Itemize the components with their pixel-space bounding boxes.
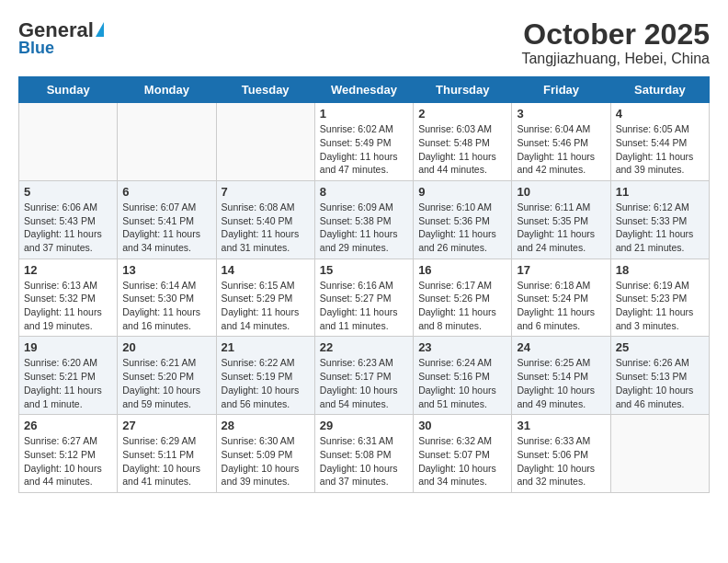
day-info: Sunrise: 6:20 AM Sunset: 5:21 PM Dayligh… xyxy=(24,356,112,410)
day-info: Sunrise: 6:11 AM Sunset: 5:35 PM Dayligh… xyxy=(517,201,605,255)
day-info: Sunrise: 6:03 AM Sunset: 5:48 PM Dayligh… xyxy=(418,122,506,177)
day-header-saturday: Saturday xyxy=(610,77,709,103)
calendar-cell: 14Sunrise: 6:15 AM Sunset: 5:29 PM Dayli… xyxy=(216,259,314,337)
calendar-cell: 16Sunrise: 6:17 AM Sunset: 5:26 PM Dayli… xyxy=(414,259,512,337)
calendar-cell: 21Sunrise: 6:22 AM Sunset: 5:19 PM Dayli… xyxy=(216,337,314,415)
day-info: Sunrise: 6:10 AM Sunset: 5:36 PM Dayligh… xyxy=(418,201,506,255)
month-title: October 2025 xyxy=(521,18,710,51)
calendar-cell: 7Sunrise: 6:08 AM Sunset: 5:40 PM Daylig… xyxy=(216,180,314,259)
week-row-4: 19Sunrise: 6:20 AM Sunset: 5:21 PM Dayli… xyxy=(19,337,710,415)
day-number: 10 xyxy=(517,185,605,199)
day-info: Sunrise: 6:31 AM Sunset: 5:08 PM Dayligh… xyxy=(320,434,408,488)
day-info: Sunrise: 6:21 AM Sunset: 5:20 PM Dayligh… xyxy=(122,356,210,410)
day-header-friday: Friday xyxy=(512,77,610,103)
calendar-cell: 26Sunrise: 6:27 AM Sunset: 5:12 PM Dayli… xyxy=(19,415,118,493)
day-info: Sunrise: 6:22 AM Sunset: 5:19 PM Dayligh… xyxy=(222,356,310,410)
day-info: Sunrise: 6:24 AM Sunset: 5:16 PM Dayligh… xyxy=(418,356,506,410)
day-number: 2 xyxy=(418,107,506,121)
day-info: Sunrise: 6:09 AM Sunset: 5:38 PM Dayligh… xyxy=(320,201,408,255)
calendar-cell: 20Sunrise: 6:21 AM Sunset: 5:20 PM Dayli… xyxy=(118,337,216,415)
day-info: Sunrise: 6:27 AM Sunset: 5:12 PM Dayligh… xyxy=(24,434,112,488)
day-number: 23 xyxy=(418,340,506,354)
day-number: 31 xyxy=(517,419,605,432)
day-header-thursday: Thursday xyxy=(414,77,512,103)
day-info: Sunrise: 6:19 AM Sunset: 5:23 PM Dayligh… xyxy=(616,279,704,333)
day-info: Sunrise: 6:16 AM Sunset: 5:27 PM Dayligh… xyxy=(320,279,408,333)
day-info: Sunrise: 6:33 AM Sunset: 5:06 PM Dayligh… xyxy=(517,434,605,488)
day-info: Sunrise: 6:08 AM Sunset: 5:40 PM Dayligh… xyxy=(222,201,310,255)
day-number: 19 xyxy=(24,340,112,354)
calendar-cell: 6Sunrise: 6:07 AM Sunset: 5:41 PM Daylig… xyxy=(118,180,216,259)
day-number: 15 xyxy=(320,263,408,277)
calendar-cell xyxy=(216,103,314,181)
day-number: 18 xyxy=(616,263,704,277)
day-number: 25 xyxy=(616,340,704,354)
calendar-table: SundayMondayTuesdayWednesdayThursdayFrid… xyxy=(18,76,710,493)
day-number: 17 xyxy=(517,263,605,277)
logo-arrow-icon xyxy=(96,22,104,37)
day-number: 6 xyxy=(122,185,210,199)
day-number: 20 xyxy=(122,340,210,354)
day-number: 22 xyxy=(320,340,408,354)
calendar-cell: 23Sunrise: 6:24 AM Sunset: 5:16 PM Dayli… xyxy=(414,337,512,415)
location-subtitle: Tangjiazhuang, Hebei, China xyxy=(521,51,710,67)
day-info: Sunrise: 6:06 AM Sunset: 5:43 PM Dayligh… xyxy=(24,201,112,255)
day-number: 27 xyxy=(122,419,210,432)
calendar-cell: 31Sunrise: 6:33 AM Sunset: 5:06 PM Dayli… xyxy=(512,415,610,493)
calendar-cell: 30Sunrise: 6:32 AM Sunset: 5:07 PM Dayli… xyxy=(414,415,512,493)
calendar-cell: 1Sunrise: 6:02 AM Sunset: 5:49 PM Daylig… xyxy=(314,103,413,181)
day-info: Sunrise: 6:18 AM Sunset: 5:24 PM Dayligh… xyxy=(517,279,605,333)
day-info: Sunrise: 6:29 AM Sunset: 5:11 PM Dayligh… xyxy=(122,434,210,488)
day-info: Sunrise: 6:26 AM Sunset: 5:13 PM Dayligh… xyxy=(616,356,704,410)
calendar-cell: 8Sunrise: 6:09 AM Sunset: 5:38 PM Daylig… xyxy=(314,180,413,259)
calendar-cell: 3Sunrise: 6:04 AM Sunset: 5:46 PM Daylig… xyxy=(512,103,610,181)
day-info: Sunrise: 6:25 AM Sunset: 5:14 PM Dayligh… xyxy=(517,356,605,410)
day-number: 3 xyxy=(517,107,605,121)
calendar-cell: 27Sunrise: 6:29 AM Sunset: 5:11 PM Dayli… xyxy=(118,415,216,493)
day-number: 30 xyxy=(418,419,506,432)
calendar-cell: 10Sunrise: 6:11 AM Sunset: 5:35 PM Dayli… xyxy=(512,180,610,259)
calendar-cell: 9Sunrise: 6:10 AM Sunset: 5:36 PM Daylig… xyxy=(414,180,512,259)
calendar-cell: 2Sunrise: 6:03 AM Sunset: 5:48 PM Daylig… xyxy=(414,103,512,181)
title-area: October 2025 Tangjiazhuang, Hebei, China xyxy=(521,18,710,67)
calendar-cell: 4Sunrise: 6:05 AM Sunset: 5:44 PM Daylig… xyxy=(610,103,709,181)
calendar-cell xyxy=(118,103,216,181)
calendar-cell: 28Sunrise: 6:30 AM Sunset: 5:09 PM Dayli… xyxy=(216,415,314,493)
day-number: 9 xyxy=(418,185,506,199)
day-info: Sunrise: 6:02 AM Sunset: 5:49 PM Dayligh… xyxy=(320,122,408,177)
calendar-cell xyxy=(19,103,118,181)
day-number: 5 xyxy=(24,185,112,199)
day-info: Sunrise: 6:15 AM Sunset: 5:29 PM Dayligh… xyxy=(222,279,310,333)
day-info: Sunrise: 6:12 AM Sunset: 5:33 PM Dayligh… xyxy=(616,201,704,255)
day-number: 28 xyxy=(222,419,310,432)
week-row-1: 1Sunrise: 6:02 AM Sunset: 5:49 PM Daylig… xyxy=(19,103,710,181)
calendar-cell: 17Sunrise: 6:18 AM Sunset: 5:24 PM Dayli… xyxy=(512,259,610,337)
calendar-cell: 5Sunrise: 6:06 AM Sunset: 5:43 PM Daylig… xyxy=(19,180,118,259)
calendar-cell: 11Sunrise: 6:12 AM Sunset: 5:33 PM Dayli… xyxy=(610,180,709,259)
day-number: 21 xyxy=(222,340,310,354)
logo: General Blue xyxy=(18,18,104,58)
day-number: 13 xyxy=(122,263,210,277)
day-info: Sunrise: 6:05 AM Sunset: 5:44 PM Dayligh… xyxy=(616,122,704,177)
day-info: Sunrise: 6:32 AM Sunset: 5:07 PM Dayligh… xyxy=(418,434,506,488)
day-info: Sunrise: 6:17 AM Sunset: 5:26 PM Dayligh… xyxy=(418,279,506,333)
day-number: 1 xyxy=(320,107,408,121)
day-header-monday: Monday xyxy=(118,77,216,103)
week-row-3: 12Sunrise: 6:13 AM Sunset: 5:32 PM Dayli… xyxy=(19,259,710,337)
day-number: 11 xyxy=(616,185,704,199)
day-header-wednesday: Wednesday xyxy=(314,77,413,103)
day-number: 4 xyxy=(616,107,704,121)
calendar-cell xyxy=(610,415,709,493)
calendar-cell: 15Sunrise: 6:16 AM Sunset: 5:27 PM Dayli… xyxy=(314,259,413,337)
day-info: Sunrise: 6:23 AM Sunset: 5:17 PM Dayligh… xyxy=(320,356,408,410)
logo-blue-text: Blue xyxy=(18,39,54,58)
day-info: Sunrise: 6:13 AM Sunset: 5:32 PM Dayligh… xyxy=(24,279,112,333)
calendar-cell: 18Sunrise: 6:19 AM Sunset: 5:23 PM Dayli… xyxy=(610,259,709,337)
page-header: General Blue October 2025 Tangjiazhuang,… xyxy=(18,18,710,67)
calendar-cell: 24Sunrise: 6:25 AM Sunset: 5:14 PM Dayli… xyxy=(512,337,610,415)
day-number: 8 xyxy=(320,185,408,199)
days-header-row: SundayMondayTuesdayWednesdayThursdayFrid… xyxy=(19,77,710,103)
day-info: Sunrise: 6:07 AM Sunset: 5:41 PM Dayligh… xyxy=(122,201,210,255)
day-info: Sunrise: 6:04 AM Sunset: 5:46 PM Dayligh… xyxy=(517,122,605,177)
day-info: Sunrise: 6:30 AM Sunset: 5:09 PM Dayligh… xyxy=(222,434,310,488)
